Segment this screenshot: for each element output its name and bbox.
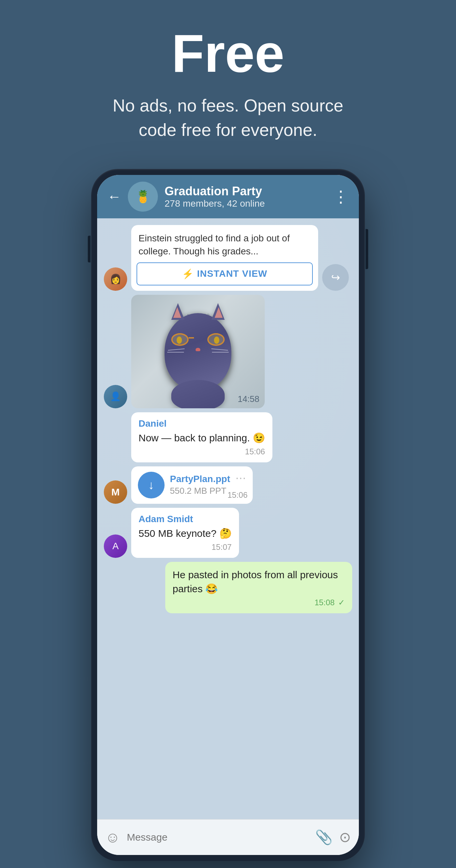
avatar-icon-m2: M bbox=[112, 487, 120, 498]
message-input[interactable] bbox=[127, 826, 308, 849]
self-bubble: He pasted in photos from all previous pa… bbox=[165, 562, 352, 613]
attach-button[interactable]: 📎 bbox=[315, 829, 333, 845]
power-button bbox=[366, 229, 368, 269]
message-self: He pasted in photos from all previous pa… bbox=[104, 562, 352, 613]
message-daniel: Daniel Now — back to planning. 😉 15:06 bbox=[104, 412, 352, 462]
instant-view-button[interactable]: ⚡ INSTANT VIEW bbox=[136, 262, 313, 285]
share-icon: ↪ bbox=[331, 271, 340, 284]
file-download-button[interactable]: ↓ bbox=[138, 472, 164, 498]
avatar-male3: A bbox=[104, 534, 127, 558]
adam-time: 15:07 bbox=[139, 542, 232, 552]
avatar-female: 👩 bbox=[104, 268, 127, 291]
avatar-icon: 👤 bbox=[110, 391, 121, 402]
adam-bubble: Adam Smidt 550 MB keynote? 🤔 15:07 bbox=[131, 508, 239, 558]
file-time: 15:06 bbox=[227, 490, 247, 500]
hero-title: Free bbox=[13, 27, 443, 80]
phone-screen: ← 🍍 Graduation Party 278 members, 42 onl… bbox=[97, 175, 359, 855]
daniel-text: Now — back to planning. 😉 bbox=[139, 431, 265, 445]
daniel-sender: Daniel bbox=[139, 418, 265, 429]
sticker-image: l = πr²θ A = πr² V = l³ P = 2πr A = πr² … bbox=[131, 295, 265, 408]
self-time: 15:08 ✓ bbox=[173, 598, 345, 607]
group-avatar: 🍍 bbox=[128, 182, 158, 212]
daniel-bubble: Daniel Now — back to planning. 😉 15:06 bbox=[131, 412, 272, 462]
group-status: 278 members, 42 online bbox=[164, 198, 326, 209]
more-options-button[interactable]: ⋮ bbox=[333, 187, 349, 206]
header-info: Graduation Party 278 members, 42 online bbox=[164, 184, 326, 209]
share-button[interactable]: ↪ bbox=[322, 264, 349, 291]
group-name: Graduation Party bbox=[164, 184, 326, 198]
instant-view-label: INSTANT VIEW bbox=[197, 269, 267, 279]
group-avatar-emoji: 🍍 bbox=[135, 190, 151, 204]
adam-sender: Adam Smidt bbox=[139, 514, 232, 524]
chat-body: 👩 Einstein struggled to find a job out o… bbox=[97, 218, 359, 819]
instant-view-icon: ⚡ bbox=[182, 269, 193, 279]
download-arrow-icon: ↓ bbox=[148, 478, 154, 492]
hero-subtitle: No ads, no fees. Open source code free f… bbox=[111, 93, 345, 142]
iv-preview-text: Einstein struggled to find a job out of … bbox=[131, 225, 318, 262]
file-info: PartyPlan.ppt 550.2 MB PPT bbox=[170, 474, 230, 496]
avatar-icon-m3: A bbox=[113, 541, 119, 552]
message-sticker: 👤 l = πr²θ A = πr² V = l³ P = 2πr A = πr… bbox=[104, 295, 352, 408]
file-bubble: ↓ PartyPlan.ppt 550.2 MB PPT ⋯ 15:06 bbox=[131, 466, 253, 504]
check-icon: ✓ bbox=[338, 598, 345, 607]
sticker-time: 14:58 bbox=[238, 394, 260, 404]
message-file: M ↓ PartyPlan.ppt 550.2 MB PPT ⋯ 15:06 bbox=[104, 466, 352, 504]
chat-header: ← 🍍 Graduation Party 278 members, 42 onl… bbox=[97, 175, 359, 218]
emoji-button[interactable]: ☺ bbox=[105, 829, 120, 846]
self-text: He pasted in photos from all previous pa… bbox=[173, 568, 345, 596]
phone-outer-shell: ← 🍍 Graduation Party 278 members, 42 onl… bbox=[91, 169, 365, 861]
self-time-value: 15:08 bbox=[314, 598, 334, 607]
avatar-male2: M bbox=[104, 480, 127, 504]
message-input-bar: ☺ 📎 ⊙ bbox=[97, 819, 359, 855]
cat-sticker bbox=[164, 313, 231, 390]
daniel-time: 15:06 bbox=[139, 447, 265, 456]
file-size: 550.2 MB PPT bbox=[170, 486, 230, 496]
camera-button[interactable]: ⊙ bbox=[339, 829, 351, 845]
file-more-options[interactable]: ⋯ bbox=[235, 472, 246, 485]
message-adam: A Adam Smidt 550 MB keynote? 🤔 15:07 bbox=[104, 508, 352, 558]
phone-device: ← 🍍 Graduation Party 278 members, 42 onl… bbox=[91, 169, 365, 861]
avatar-icon: 👩 bbox=[110, 273, 122, 284]
instant-view-bubble: Einstein struggled to find a job out of … bbox=[131, 225, 318, 291]
back-button[interactable]: ← bbox=[107, 189, 121, 205]
message-instant-view: 👩 Einstein struggled to find a job out o… bbox=[104, 225, 352, 291]
volume-button bbox=[88, 236, 90, 262]
adam-text: 550 MB keynote? 🤔 bbox=[139, 526, 232, 540]
file-name: PartyPlan.ppt bbox=[170, 474, 230, 485]
avatar-male1: 👤 bbox=[104, 385, 127, 408]
hero-section: Free No ads, no fees. Open source code f… bbox=[0, 0, 456, 159]
